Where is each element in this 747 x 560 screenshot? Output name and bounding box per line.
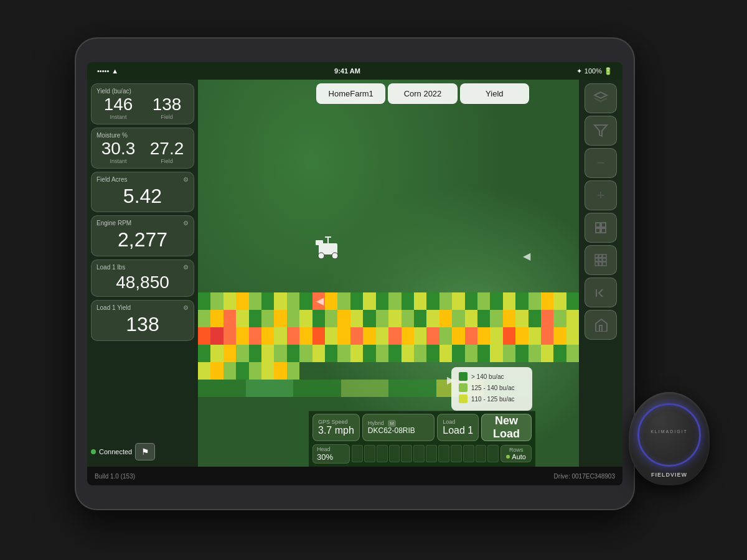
head-cell-4 — [389, 445, 400, 462]
filter-button[interactable] — [585, 116, 617, 146]
moisture-title: Moisture % — [96, 132, 189, 139]
moisture-instant-group: 30.3 Instant — [96, 140, 140, 164]
gps-speed-box[interactable]: GPS Speed 3.7 mph — [312, 414, 360, 441]
device-body: KLIMADIGIT FIELDVIEW — [629, 392, 710, 485]
svg-rect-8 — [601, 223, 606, 227]
connected-status: Connected — [99, 448, 132, 455]
svg-rect-15 — [599, 258, 602, 261]
breadcrumb-homefarm[interactable]: HomeFarm1 — [316, 83, 385, 104]
legend-label-high: > 140 bu/ac — [471, 373, 504, 380]
strip-row-2 — [198, 310, 579, 327]
svg-rect-16 — [603, 258, 606, 261]
bluetooth-icon: ✦ — [576, 67, 582, 75]
head-cell-6 — [413, 445, 425, 462]
svg-point-4 — [318, 253, 324, 259]
flag-button[interactable]: ⚑ — [135, 443, 155, 460]
svg-rect-18 — [599, 262, 602, 266]
load-yield-title: Load 1 Yield ⚙ — [96, 304, 189, 311]
layers-button[interactable] — [585, 83, 617, 113]
bottom-controls-row: GPS Speed 3.7 mph Hybrid M DKC62-08RIB — [312, 414, 532, 441]
rows-value: Auto — [512, 453, 526, 460]
field-acres-card: Field Acres ⚙ 5.42 — [91, 172, 194, 212]
nav-arrow-right[interactable]: ◀ — [523, 250, 530, 262]
map-area[interactable]: HomeFarm1 Corn 2022 Yield — [198, 80, 579, 485]
status-time: 9:41 AM — [334, 67, 360, 75]
load-box[interactable]: Load Load 1 — [437, 414, 479, 441]
field-acres-title: Field Acres ⚙ — [96, 176, 189, 183]
machine-icon — [312, 234, 344, 261]
head-cell-5 — [401, 445, 412, 462]
zoom-out-button[interactable]: − — [585, 148, 617, 178]
zoom-in-button[interactable]: + — [585, 180, 617, 210]
head-box[interactable]: Head 30% — [312, 444, 350, 464]
right-toolbar: − + — [579, 80, 622, 467]
legend-label-low: 110 - 125 bu/ac — [471, 396, 515, 403]
engine-rpm-title: Engine RPM ⚙ — [96, 220, 189, 226]
svg-rect-7 — [596, 223, 600, 227]
head-label: Head — [317, 446, 345, 452]
yield-title: Yield (bu/ac) — [96, 88, 189, 95]
field-acres-gear-icon[interactable]: ⚙ — [183, 176, 189, 183]
head-cell-12 — [487, 445, 499, 462]
legend-item-low: 110 - 125 bu/ac — [459, 394, 525, 403]
nav-arrow-left[interactable]: ◀ — [316, 295, 324, 307]
tablet-body: ••••• ▲ 9:41 AM ✦ 100% 🔋 Yield (bu/ac) — [75, 37, 635, 510]
back-nav-button[interactable] — [585, 278, 617, 307]
gps-speed-label: GPS Speed — [318, 419, 354, 425]
moisture-instant-value: 30.3 — [101, 140, 136, 157]
breadcrumb-bar: HomeFarm1 Corn 2022 Yield — [316, 83, 529, 104]
field-acres-value: 5.42 — [96, 184, 189, 208]
status-left: ••••• ▲ — [97, 67, 118, 75]
rows-auto-dot — [506, 455, 510, 459]
head-cells — [352, 445, 499, 462]
svg-rect-1 — [316, 240, 323, 245]
head-cell-9 — [451, 445, 462, 462]
home-button[interactable] — [585, 310, 617, 340]
head-cell-8 — [438, 445, 449, 462]
breadcrumb-corn2022[interactable]: Corn 2022 — [388, 83, 457, 104]
sidebar-bottom: Connected ⚑ — [91, 441, 194, 463]
load-yield-gear-icon[interactable]: ⚙ — [183, 304, 189, 311]
status-bar: ••••• ▲ 9:41 AM ✦ 100% 🔋 — [87, 62, 622, 80]
gps-speed-value: 3.7 mph — [318, 425, 354, 436]
build-info: Build 1.0 (153) — [95, 473, 135, 480]
hybrid-box[interactable]: Hybrid M DKC62-08RIB — [362, 414, 435, 441]
rows-label: Rows — [509, 447, 524, 453]
load-yield-value: 138 — [96, 312, 189, 336]
head-cell-3 — [377, 445, 388, 462]
moisture-instant-label: Instant — [110, 158, 126, 164]
engine-rpm-value: 2,277 — [96, 228, 189, 251]
load-label: Load — [443, 419, 473, 425]
moisture-card: Moisture % 30.3 Instant 27.2 Field — [91, 128, 194, 169]
strip-row-4 — [198, 345, 579, 362]
table-button[interactable] — [585, 245, 617, 275]
legend-color-high — [459, 372, 467, 381]
status-right: ✦ 100% 🔋 — [576, 67, 613, 75]
legend-label-mid: 125 - 140 bu/ac — [471, 385, 515, 391]
moisture-field-label: Field — [161, 158, 173, 164]
engine-rpm-gear-icon[interactable]: ⚙ — [183, 220, 189, 226]
breadcrumb-yield[interactable]: Yield — [460, 83, 529, 104]
fieldview-device: KLIMADIGIT FIELDVIEW — [629, 392, 728, 504]
bottom-bar: Build 1.0 (153) Drive: 0017EC348903 — [87, 467, 622, 485]
engine-rpm-card: Engine RPM ⚙ 2,277 — [91, 215, 194, 256]
moisture-field-group: 27.2 Field — [145, 140, 189, 164]
new-load-button[interactable]: New Load — [481, 414, 532, 441]
svg-rect-9 — [596, 228, 600, 233]
load-lbs-gear-icon[interactable]: ⚙ — [183, 264, 189, 271]
expand-button[interactable] — [585, 213, 617, 243]
rows-box[interactable]: Rows Auto — [500, 445, 532, 462]
head-cell-2 — [364, 445, 375, 462]
connected-dot-icon — [91, 449, 96, 454]
connected-indicator: Connected — [91, 448, 132, 455]
head-cell-11 — [476, 445, 487, 462]
left-sidebar: Yield (bu/ac) 146 Instant 138 Field — [87, 80, 198, 467]
sidebar-spacer — [91, 344, 194, 437]
svg-rect-19 — [603, 262, 606, 266]
device-ring-icon — [637, 403, 701, 467]
yield-row: 146 Instant 138 Field — [96, 96, 189, 120]
rows-auto-row: Auto — [506, 453, 526, 460]
yield-instant-group: 146 Instant — [96, 96, 140, 120]
load-lbs-title: Load 1 lbs ⚙ — [96, 264, 189, 271]
battery-indicator: 100% 🔋 — [585, 67, 613, 75]
